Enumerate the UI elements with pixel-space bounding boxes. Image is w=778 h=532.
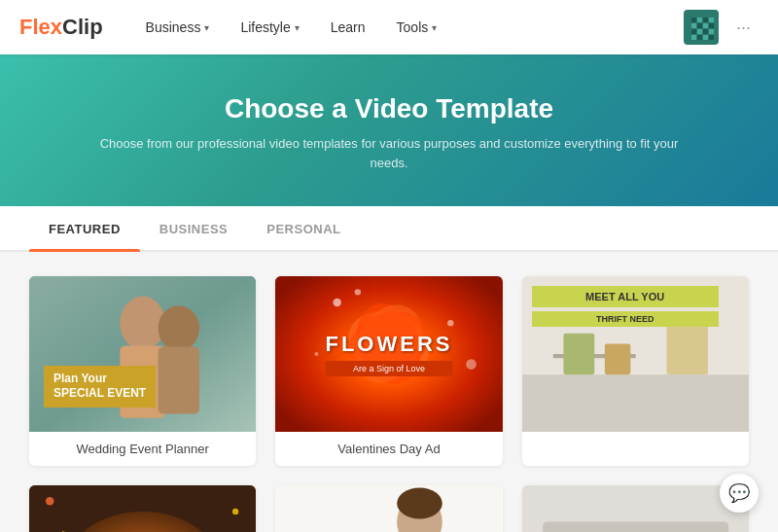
tabs-bar: FEATURED BUSINESS PERSONAL (0, 206, 778, 252)
template-card-optimize[interactable]: Optimize Your (275, 485, 502, 532)
template-thumb-wedding: Plan Your SPECIAL EVENT (29, 276, 256, 432)
optimize-svg: Optimize Your (275, 485, 502, 532)
svg-rect-2 (703, 18, 708, 22)
wedding-overlay: Plan Your SPECIAL EVENT (44, 366, 156, 408)
svg-rect-13 (697, 35, 702, 40)
tab-business[interactable]: BUSINESS (140, 206, 247, 250)
svg-rect-35 (605, 343, 631, 374)
template-thumb-national: NATIONAL (29, 485, 256, 532)
svg-rect-14 (703, 35, 708, 40)
partial-svg (522, 485, 749, 532)
template-thumb-partial (522, 485, 749, 532)
hero-subtitle: Choose from our professional video templ… (97, 134, 681, 172)
svg-rect-15 (709, 35, 714, 40)
svg-point-26 (334, 299, 341, 306)
hero-banner: Choose a Video Template Choose from our … (0, 54, 778, 206)
svg-rect-36 (666, 323, 707, 374)
template-grid: Plan Your SPECIAL EVENT Wedding Event Pl… (0, 252, 778, 532)
hero-title: Choose a Video Template (19, 93, 759, 124)
menu-dots[interactable]: ··· (728, 14, 759, 42)
template-label-wedding: Wedding Event Planner (29, 432, 256, 466)
svg-rect-56 (543, 522, 728, 532)
header-right: ··· (684, 10, 759, 45)
template-thumb-optimize: Optimize Your (275, 485, 502, 532)
svg-rect-48 (275, 485, 502, 532)
svg-point-19 (159, 305, 199, 351)
national-svg (29, 485, 256, 532)
svg-rect-6 (703, 23, 708, 28)
template-card-thrift[interactable]: MEET ALL YOU THRIFT NEED (522, 276, 749, 466)
svg-point-43 (46, 497, 53, 505)
flowers-text-overlay: FLOWERS Are a Sign of Love (325, 332, 452, 376)
chat-icon: 💬 (728, 482, 750, 504)
chat-bubble[interactable]: 💬 (720, 474, 759, 513)
logo[interactable]: FlexClip (19, 15, 103, 40)
chevron-down-icon: ▾ (204, 22, 209, 33)
svg-rect-8 (691, 29, 696, 34)
template-label-thrift (522, 432, 749, 451)
avatar-icon (688, 14, 715, 41)
nav-learn[interactable]: Learn (317, 12, 379, 43)
svg-point-29 (467, 359, 477, 370)
chevron-down-icon: ▾ (295, 22, 300, 33)
nav-lifestyle[interactable]: Lifestyle ▾ (227, 12, 312, 43)
couple-svg (29, 276, 256, 432)
svg-rect-7 (709, 23, 714, 28)
template-card-flowers[interactable]: FLOWERS Are a Sign of Love Valentines Da… (275, 276, 502, 466)
svg-rect-12 (691, 35, 696, 40)
template-card-national[interactable]: NATIONAL (29, 485, 256, 532)
template-card-partial[interactable] (522, 485, 749, 532)
header: FlexClip Business ▾ Lifestyle ▾ Learn To… (0, 0, 778, 54)
svg-point-27 (447, 320, 453, 326)
svg-rect-32 (522, 374, 749, 432)
tab-featured[interactable]: FEATURED (29, 206, 140, 250)
svg-rect-4 (691, 23, 696, 28)
nav-tools[interactable]: Tools ▾ (383, 12, 451, 43)
tab-personal[interactable]: PERSONAL (247, 206, 360, 250)
svg-rect-5 (697, 23, 702, 28)
svg-rect-9 (697, 29, 702, 34)
svg-point-30 (355, 289, 361, 295)
svg-rect-11 (709, 29, 714, 34)
svg-rect-10 (703, 29, 708, 34)
thrift-text-overlay: MEET ALL YOU THRIFT NEED (532, 286, 739, 327)
nav: Business ▾ Lifestyle ▾ Learn Tools ▾ (132, 12, 684, 43)
template-thumb-flowers: FLOWERS Are a Sign of Love (275, 276, 502, 432)
svg-point-17 (120, 297, 165, 350)
logo-flex-text: Flex (19, 15, 62, 39)
nav-business[interactable]: Business ▾ (132, 12, 224, 43)
chevron-down-icon: ▾ (432, 22, 437, 33)
svg-rect-0 (691, 18, 696, 22)
logo-clip-text: Clip (62, 15, 103, 39)
svg-point-28 (315, 352, 319, 356)
svg-point-50 (397, 488, 442, 519)
avatar[interactable] (684, 10, 719, 45)
template-thumb-thrift: MEET ALL YOU THRIFT NEED (522, 276, 749, 432)
svg-rect-1 (697, 18, 702, 22)
svg-point-44 (232, 509, 238, 514)
svg-rect-3 (709, 18, 714, 22)
template-card-wedding[interactable]: Plan Your SPECIAL EVENT Wedding Event Pl… (29, 276, 256, 466)
svg-rect-20 (159, 347, 199, 414)
template-label-flowers: Valentines Day Ad (275, 432, 502, 466)
svg-rect-34 (563, 334, 594, 374)
